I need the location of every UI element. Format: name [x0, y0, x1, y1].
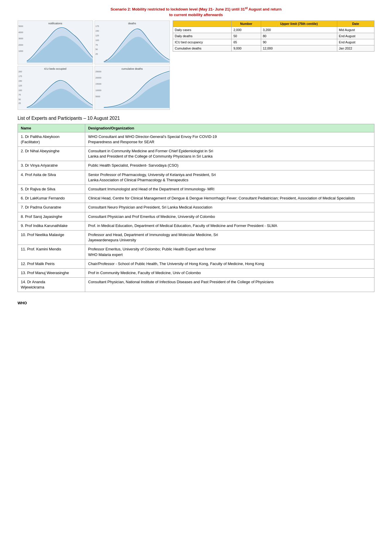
svg-text:5000: 5000 — [95, 95, 100, 98]
expert-row: 10. Prof Neelika Malavige Professor and … — [18, 230, 374, 245]
stat-upper: 80 — [261, 33, 337, 39]
chart-deaths: deaths 175 150 125 100 75 50 25 5-Jul 22… — [95, 21, 170, 64]
charts-area: notifications 5000 4000 3000 2000 1000 9… — [18, 21, 374, 110]
expert-designation: Consultant Physician, National Institute… — [85, 278, 374, 292]
expert-designation: Prof. in Medical Education, Department o… — [85, 221, 374, 230]
svg-text:50: 50 — [18, 98, 21, 101]
svg-text:4000: 4000 — [18, 31, 23, 34]
expert-name: 11. Prof. Kamini Mendis — [18, 245, 85, 259]
svg-point-18 — [106, 60, 107, 61]
experts-table: Name Designation/Organization 1. Dr Pali… — [18, 124, 374, 292]
stats-table-container: Number Upper limit (75th centile) Date D… — [173, 21, 374, 52]
expert-designation: Prof in Community Medicine, Faculty of M… — [85, 268, 374, 277]
stat-label: Daily deaths — [173, 33, 232, 39]
stats-row: Daily deaths 50 80 End August — [173, 33, 374, 39]
stat-date: End August — [337, 33, 374, 39]
expert-name: 5. Dr Rajiva de Silva — [18, 185, 85, 194]
svg-point-19 — [106, 59, 106, 60]
expert-name: 4. Prof Asita de Silva — [18, 170, 85, 185]
expert-designation: Consultant Immunologist and Head of the … — [85, 185, 374, 194]
expert-name: 3. Dr Vinya Ariyaratne — [18, 161, 85, 170]
svg-text:19-Jan: 19-Jan — [155, 109, 160, 110]
svg-text:19-Jan: 19-Jan — [81, 64, 86, 64]
col-designation-header: Designation/Organization — [85, 124, 374, 132]
svg-point-17 — [105, 61, 105, 61]
chart-icu-label: ICU beds occupied — [18, 67, 93, 71]
expert-row: 8. Prof Saroj Jayasinghe Consultant Phys… — [18, 212, 374, 221]
expert-designation: Consultant in Community Medicine and For… — [85, 147, 374, 161]
expert-row: 5. Dr Rajiva de Silva Consultant Immunol… — [18, 185, 374, 194]
scenario-sup: st — [245, 6, 248, 10]
chart-cumulative-deaths: cumulative deaths 25000 20000 15000 1000… — [95, 66, 170, 110]
expert-designation: WHO Consultant and WHO Director-General'… — [85, 132, 374, 146]
svg-text:25: 25 — [18, 102, 21, 105]
stats-col-number: Number — [232, 21, 261, 27]
expert-designation: Consultant Physician and Prof Emeritus o… — [85, 212, 374, 221]
svg-text:22-Aug: 22-Aug — [103, 109, 109, 110]
expert-designation: Senior Professor of Pharmacology, Univer… — [85, 170, 374, 185]
stat-date: Mid August — [337, 27, 374, 33]
expert-designation: Public Health Specialist, President- Sar… — [85, 161, 374, 170]
stat-number: 65 — [232, 39, 261, 45]
chart-notifications-label: notifications — [18, 21, 93, 25]
svg-text:2000: 2000 — [18, 43, 23, 46]
stat-number: 50 — [232, 33, 261, 39]
svg-text:11-Oct: 11-Oct — [131, 64, 136, 64]
svg-text:125: 125 — [18, 84, 22, 87]
svg-text:125: 125 — [95, 34, 99, 37]
svg-text:100: 100 — [18, 89, 22, 91]
stat-date: Jan 2022 — [337, 45, 374, 51]
expert-name: 8. Prof Saroj Jayasinghe — [18, 212, 85, 221]
stats-row: ICU bed occupancy 65 90 End August — [173, 39, 374, 45]
expert-row: 9. Prof Indika Karunathilake Prof. in Me… — [18, 221, 374, 230]
expert-row: 13. Prof Manuj Weerasinghe Prof in Commu… — [18, 268, 374, 277]
expert-name: 12. Prof Malik Peiris — [18, 259, 85, 268]
svg-text:20000: 20000 — [95, 76, 101, 79]
svg-text:75: 75 — [18, 93, 21, 96]
stats-table: Number Upper limit (75th centile) Date D… — [173, 21, 374, 52]
svg-text:30-Nov: 30-Nov — [144, 64, 150, 64]
scenario-title: Scenario 2: Mobility restricted to lockd… — [110, 7, 245, 11]
svg-text:150: 150 — [95, 30, 99, 32]
stats-row: Cumulative deaths 9,000 12,000 Jan 2022 — [173, 45, 374, 51]
svg-text:75: 75 — [95, 43, 98, 46]
stats-col-upper: Upper limit (75th centile) — [261, 21, 337, 27]
svg-text:10000: 10000 — [95, 89, 101, 91]
chart-deaths-label: deaths — [95, 21, 170, 25]
expert-row: 3. Dr Vinya Ariyaratne Public Health Spe… — [18, 161, 374, 170]
svg-text:5-Jul: 5-Jul — [103, 64, 107, 64]
expert-designation: Professor Emeritus, University of Colomb… — [85, 245, 374, 259]
expert-designation: Chair/Professor - School of Public Healt… — [85, 259, 374, 268]
svg-text:50: 50 — [95, 48, 98, 51]
svg-text:19-Jan: 19-Jan — [81, 109, 86, 110]
chart-cumulative-label: cumulative deaths — [95, 67, 170, 71]
stat-label: Cumulative deaths — [173, 45, 232, 51]
svg-text:11-Oct: 11-Oct — [54, 109, 59, 110]
svg-text:11-Oct: 11-Oct — [119, 109, 124, 110]
expert-row: 6. Dr LakKumar Fernando Clinical Head, C… — [18, 194, 374, 203]
expert-name: 2. Dr Nihal Abeysinghe — [18, 147, 85, 161]
svg-text:15000: 15000 — [95, 83, 101, 85]
section-heading: List of Experts and Participants – 10 Au… — [18, 116, 374, 121]
svg-text:1000: 1000 — [18, 49, 23, 52]
stat-date: End August — [337, 39, 374, 45]
svg-text:19-Jan: 19-Jan — [158, 64, 163, 64]
chart-notifications: notifications 5000 4000 3000 2000 1000 9… — [18, 21, 93, 64]
svg-text:9-Jul: 9-Jul — [26, 64, 30, 64]
svg-text:175: 175 — [18, 75, 22, 78]
stat-label: ICU bed occupancy — [173, 39, 232, 45]
svg-text:30-Nov: 30-Nov — [67, 109, 73, 110]
svg-text:22-Aug: 22-Aug — [40, 109, 46, 110]
svg-text:3000: 3000 — [18, 37, 23, 40]
expert-row: 11. Prof. Kamini Mendis Professor Emerit… — [18, 245, 374, 259]
chart-icu: ICU beds occupied 200 175 150 125 100 75… — [18, 66, 93, 110]
expert-name: 9. Prof Indika Karunathilake — [18, 221, 85, 230]
stat-upper: 3,200 — [261, 27, 337, 33]
expert-designation: Professor and Head, Department of Immuno… — [85, 230, 374, 245]
expert-name: 1. Dr Palitha Abeykoon (Facilitator) — [18, 132, 85, 146]
scenario-banner: Scenario 2: Mobility restricted to lockd… — [18, 6, 374, 18]
stats-col-metric — [173, 21, 232, 27]
svg-text:22-Aug: 22-Aug — [40, 64, 46, 64]
stats-row: Daily cases 2,000 3,200 Mid August — [173, 27, 374, 33]
stats-col-date: Date — [337, 21, 374, 27]
